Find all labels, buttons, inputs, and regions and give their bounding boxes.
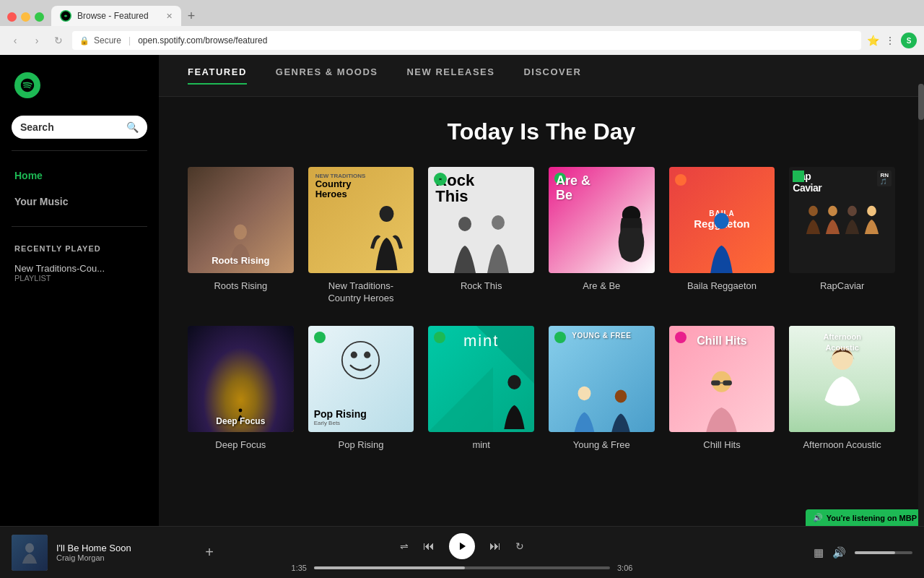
previous-button[interactable]: ⏮: [423, 540, 435, 553]
now-playing-icon: 🔊: [813, 513, 823, 522]
maximize-btn[interactable]: [35, 12, 44, 22]
queue-button[interactable]: ▦: [814, 546, 824, 559]
are-be-title: Are & Be: [549, 280, 655, 293]
playlist-card-baila-reggaeton[interactable]: Baila Reggaeton: [669, 167, 775, 304]
svg-point-2: [380, 206, 394, 222]
rapcaviar-title: RapCaviar: [789, 280, 895, 293]
shuffle-button[interactable]: ⇌: [400, 540, 409, 552]
repeat-button[interactable]: ↻: [515, 540, 524, 552]
now-playing-banner: 🔊 You're listening on MBP: [806, 509, 924, 526]
svg-point-9: [808, 206, 818, 216]
afternoon-acoustic-title: Afternoon Acoustic: [789, 439, 895, 452]
svg-rect-21: [712, 381, 721, 386]
playlist-card-afternoon-acoustic[interactable]: AfternoonAcoustic Afternoon Acoustic: [789, 326, 895, 452]
roots-rising-title: Roots Rising: [188, 280, 294, 293]
scrollbar-thumb[interactable]: [918, 84, 924, 120]
browser-tabs-bar: Browse - Featured ✕ +: [0, 0, 924, 26]
playlist-card-rapcaviar[interactable]: RapCaviar RN🎵 RapCaviar: [789, 167, 895, 304]
playlist-card-deep-focus[interactable]: Deep Focus Deep Focus: [188, 326, 294, 452]
minimize-btn[interactable]: [21, 12, 30, 22]
sidebar-logo: [0, 55, 159, 110]
address-separator: |: [128, 35, 131, 46]
playlist-card-are-be[interactable]: Are &Be: [549, 167, 655, 304]
svg-point-1: [234, 224, 247, 239]
new-tab-button[interactable]: +: [181, 6, 201, 26]
browser-tab-active[interactable]: Browse - Featured ✕: [51, 6, 181, 26]
player-track-section: I'll Be Home Soon Craig Morgan +: [12, 535, 214, 571]
sidebar-item-home[interactable]: Home: [0, 163, 159, 189]
browser-menu-icon[interactable]: ⋮: [885, 35, 895, 46]
progress-fill: [314, 566, 465, 569]
album-art: [12, 535, 48, 571]
player-bar: I'll Be Home Soon Craig Morgan + ⇌ ⏮ ⏭ ↻…: [0, 526, 924, 578]
playlist-card-pop-rising[interactable]: Pop Rising Early Bets Pop Rising: [308, 326, 414, 452]
sidebar-divider-2: [12, 226, 147, 227]
sidebar-item-your-music[interactable]: Your Music: [0, 189, 159, 215]
player-add-button[interactable]: +: [205, 544, 214, 561]
svg-marker-26: [460, 542, 466, 550]
playlist-card-roots-rising[interactable]: Roots Rising Roots Rising: [188, 167, 294, 304]
next-button[interactable]: ⏭: [489, 540, 501, 553]
playlist-card-country-heroes[interactable]: New Traditions CountryHeroes: [308, 167, 414, 304]
sidebar-search[interactable]: Search 🔍: [0, 110, 159, 144]
browser-address-bar-row: ‹ › ↻ 🔒 Secure | open.spotify.com/browse…: [0, 26, 924, 55]
svg-point-7: [678, 178, 682, 182]
progress-track[interactable]: [314, 566, 610, 569]
nav-refresh-button[interactable]: ↻: [51, 33, 66, 48]
volume-fill: [855, 551, 895, 554]
tab-new-releases[interactable]: NEW RELEASES: [406, 66, 494, 85]
volume-button[interactable]: 🔊: [832, 546, 846, 559]
close-btn[interactable]: [7, 12, 17, 22]
tab-title: Browse - Featured: [77, 11, 160, 21]
rock-this-title: Rock This: [428, 280, 534, 293]
player-track-info: I'll Be Home Soon Craig Morgan: [56, 543, 196, 562]
total-time: 3:06: [617, 564, 642, 572]
pop-rising-title: Pop Rising: [308, 439, 414, 452]
current-time: 1:35: [282, 564, 307, 572]
main-content: Today Is The Day: [159, 97, 924, 578]
playlist-card-young-free[interactable]: YOUNG & FREE: [549, 326, 655, 452]
tab-close-icon[interactable]: ✕: [166, 12, 173, 21]
main-nav: FEATURED GENRES & MOODS NEW RELEASES DIS…: [159, 55, 924, 97]
user-profile-icon[interactable]: S: [901, 33, 917, 48]
svg-point-8: [715, 212, 729, 228]
sidebar: Search 🔍 Home Your Music RECENTLY PLAYED…: [0, 55, 159, 578]
address-text: open.spotify.com/browse/featured: [138, 35, 267, 46]
playlist-card-chill-hits[interactable]: Chill Hits: [669, 326, 775, 452]
play-pause-button[interactable]: [449, 533, 475, 559]
playlist-card-rock-this[interactable]: RockThis: [428, 167, 534, 304]
bookmarks-icon[interactable]: ⭐: [867, 35, 879, 46]
playlists-row-1: Roots Rising Roots Rising New Traditions: [188, 167, 895, 304]
player-buttons: ⇌ ⏮ ⏭ ↻: [400, 533, 524, 559]
chill-hits-title: Chill Hits: [669, 439, 775, 452]
svg-point-14: [342, 342, 379, 379]
svg-point-11: [847, 206, 857, 216]
svg-point-5: [492, 215, 505, 230]
young-free-title: Young & Free: [549, 439, 655, 452]
scrollbar-track[interactable]: [918, 84, 924, 526]
search-icon: 🔍: [126, 121, 139, 133]
recently-played-label: RECENTLY PLAYED: [0, 233, 159, 259]
sidebar-recent-item[interactable]: New Traditions-Cou... PLAYLIST: [0, 259, 159, 287]
svg-point-19: [615, 390, 627, 403]
svg-rect-22: [723, 381, 733, 386]
tab-favicon: [60, 10, 71, 22]
traffic-lights: [7, 12, 44, 26]
tab-featured[interactable]: FEATURED: [188, 66, 247, 85]
player-track-name: I'll Be Home Soon: [56, 543, 196, 553]
sidebar-spacer: [0, 287, 159, 527]
address-bar[interactable]: 🔒 Secure | open.spotify.com/browse/featu…: [72, 31, 861, 50]
nav-back-button[interactable]: ‹: [7, 33, 23, 48]
browser-chrome: Browse - Featured ✕ + ‹ › ↻ 🔒 Secure | o…: [0, 0, 924, 55]
nav-forward-button[interactable]: ›: [29, 33, 45, 48]
svg-point-17: [507, 375, 520, 389]
recent-item-type: PLAYLIST: [14, 274, 144, 282]
volume-slider[interactable]: [855, 551, 912, 554]
sidebar-divider: [12, 150, 147, 151]
deep-focus-title: Deep Focus: [188, 439, 294, 452]
playlist-card-mint[interactable]: mint mint: [428, 326, 534, 452]
svg-point-25: [25, 543, 34, 552]
tab-genres-moods[interactable]: GENRES & MOODS: [276, 66, 378, 85]
tab-discover[interactable]: DISCOVER: [523, 66, 581, 85]
svg-point-18: [578, 387, 590, 401]
